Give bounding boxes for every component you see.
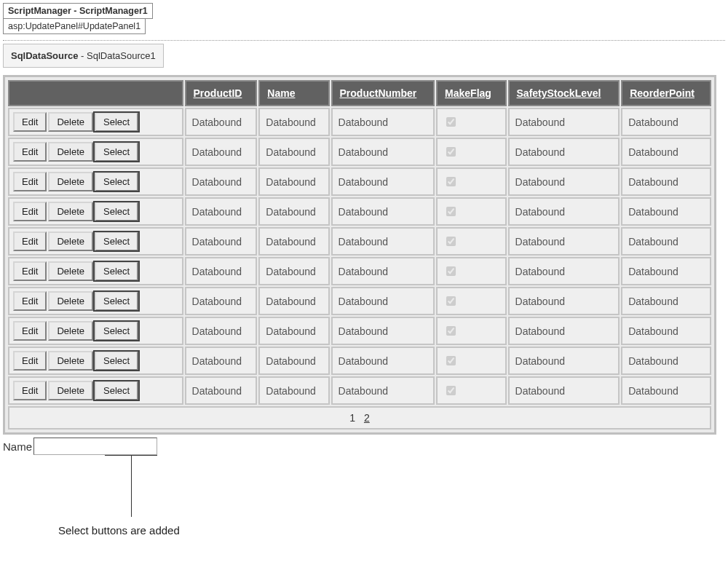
makeflag-checkbox xyxy=(446,356,456,365)
select-button-highlight: Select xyxy=(94,291,139,311)
name-input[interactable] xyxy=(33,438,157,455)
select-button-highlight: Select xyxy=(94,321,139,341)
select-button[interactable]: Select xyxy=(95,381,138,400)
command-cell: EditDeleteSelect xyxy=(8,197,183,226)
select-button-highlight: Select xyxy=(94,231,139,251)
table-row: EditDeleteSelectDataboundDataboundDatabo… xyxy=(8,197,711,226)
cell-safetystocklevel: Databound xyxy=(508,108,620,136)
table-row: EditDeleteSelectDataboundDataboundDatabo… xyxy=(8,287,711,315)
select-button[interactable]: Select xyxy=(95,142,138,162)
cell-productid: Databound xyxy=(185,287,258,315)
cell-name: Databound xyxy=(258,167,329,196)
edit-button[interactable]: Edit xyxy=(13,351,47,371)
select-button-highlight: Select xyxy=(94,261,139,281)
delete-button[interactable]: Delete xyxy=(48,172,93,191)
cell-safetystocklevel: Databound xyxy=(508,167,620,196)
delete-button[interactable]: Delete xyxy=(48,142,93,162)
table-row: EditDeleteSelectDataboundDataboundDatabo… xyxy=(8,138,711,166)
edit-button[interactable]: Edit xyxy=(13,172,47,191)
select-button[interactable]: Select xyxy=(95,351,138,371)
cell-name: Databound xyxy=(258,287,329,315)
cell-reorderpoint: Databound xyxy=(621,347,711,375)
cell-makeflag xyxy=(436,138,506,166)
cell-makeflag xyxy=(436,376,506,405)
gridview-control[interactable]: ProductID Name ProductNumber MakeFlag Sa… xyxy=(3,75,716,435)
col-header-productnumber[interactable]: ProductNumber xyxy=(331,80,435,106)
delete-button[interactable]: Delete xyxy=(48,261,93,281)
select-button[interactable]: Select xyxy=(95,321,138,341)
cell-productid: Databound xyxy=(185,376,258,405)
cell-reorderpoint: Databound xyxy=(621,257,711,285)
callout-text: Select buttons are added xyxy=(58,524,180,537)
command-cell: EditDeleteSelect xyxy=(8,108,183,136)
select-button-highlight: Select xyxy=(94,202,139,221)
sqldatasource-control[interactable]: SqlDataSource - SqlDataSource1 xyxy=(3,44,164,68)
cell-productnumber: Databound xyxy=(331,257,435,285)
makeflag-checkbox xyxy=(446,117,456,127)
pager-current-page: 1 xyxy=(349,412,355,424)
cell-safetystocklevel: Databound xyxy=(508,197,620,226)
select-button[interactable]: Select xyxy=(95,261,138,281)
cell-productnumber: Databound xyxy=(331,317,435,345)
makeflag-checkbox xyxy=(446,177,456,186)
cell-productid: Databound xyxy=(185,257,258,285)
select-button[interactable]: Select xyxy=(95,202,138,221)
col-header-reorderpoint[interactable]: ReorderPoint xyxy=(621,80,711,106)
pager-page-link[interactable]: 2 xyxy=(364,412,370,424)
table-row: EditDeleteSelectDataboundDataboundDatabo… xyxy=(8,347,711,375)
cell-productnumber: Databound xyxy=(331,376,435,405)
edit-button[interactable]: Edit xyxy=(13,231,47,251)
select-button-highlight: Select xyxy=(94,172,139,191)
command-cell: EditDeleteSelect xyxy=(8,347,183,375)
header-row: ProductID Name ProductNumber MakeFlag Sa… xyxy=(8,80,711,106)
delete-button[interactable]: Delete xyxy=(48,202,93,221)
cell-productid: Databound xyxy=(185,138,258,166)
edit-button[interactable]: Edit xyxy=(13,142,47,162)
delete-button[interactable]: Delete xyxy=(48,112,93,132)
cell-safetystocklevel: Databound xyxy=(508,347,620,375)
cell-name: Databound xyxy=(258,257,329,285)
select-button-highlight: Select xyxy=(94,142,139,162)
edit-button[interactable]: Edit xyxy=(13,202,47,221)
delete-button[interactable]: Delete xyxy=(48,291,93,311)
cell-reorderpoint: Databound xyxy=(621,287,711,315)
table-row: EditDeleteSelectDataboundDataboundDatabo… xyxy=(8,257,711,285)
edit-button[interactable]: Edit xyxy=(13,112,47,132)
edit-button[interactable]: Edit xyxy=(13,381,47,400)
pager-row: 1 2 xyxy=(8,406,711,430)
cell-reorderpoint: Databound xyxy=(621,227,711,256)
command-cell: EditDeleteSelect xyxy=(8,287,183,315)
cell-productnumber: Databound xyxy=(331,287,435,315)
designer-control-tags: ScriptManager - ScriptManager1 asp:Updat… xyxy=(3,3,725,34)
name-field-row: Name xyxy=(3,438,725,455)
select-button[interactable]: Select xyxy=(95,231,138,251)
sqldatasource-label-rest: - SqlDataSource1 xyxy=(78,50,155,61)
name-field-label: Name xyxy=(3,440,32,453)
cell-productid: Databound xyxy=(185,108,258,136)
delete-button[interactable]: Delete xyxy=(48,381,93,400)
col-header-safetystocklevel[interactable]: SafetyStockLevel xyxy=(508,80,620,106)
cell-makeflag xyxy=(436,347,506,375)
cell-productid: Databound xyxy=(185,347,258,375)
select-button[interactable]: Select xyxy=(95,172,138,191)
select-button[interactable]: Select xyxy=(95,291,138,311)
edit-button[interactable]: Edit xyxy=(13,321,47,341)
cell-productnumber: Databound xyxy=(331,138,435,166)
col-header-productid[interactable]: ProductID xyxy=(185,80,258,106)
callout-connector-horizontal xyxy=(105,455,157,456)
cell-name: Databound xyxy=(258,317,329,345)
col-header-makeflag[interactable]: MakeFlag xyxy=(436,80,506,106)
makeflag-checkbox xyxy=(446,207,456,216)
select-button[interactable]: Select xyxy=(95,112,138,132)
cell-name: Databound xyxy=(258,197,329,226)
edit-button[interactable]: Edit xyxy=(13,261,47,281)
cell-safetystocklevel: Databound xyxy=(508,376,620,405)
edit-button[interactable]: Edit xyxy=(13,291,47,311)
select-button-highlight: Select xyxy=(94,112,139,132)
delete-button[interactable]: Delete xyxy=(48,321,93,341)
col-header-name[interactable]: Name xyxy=(258,80,329,106)
delete-button[interactable]: Delete xyxy=(48,351,93,371)
delete-button[interactable]: Delete xyxy=(48,231,93,251)
cell-reorderpoint: Databound xyxy=(621,108,711,136)
cell-productnumber: Databound xyxy=(331,227,435,256)
